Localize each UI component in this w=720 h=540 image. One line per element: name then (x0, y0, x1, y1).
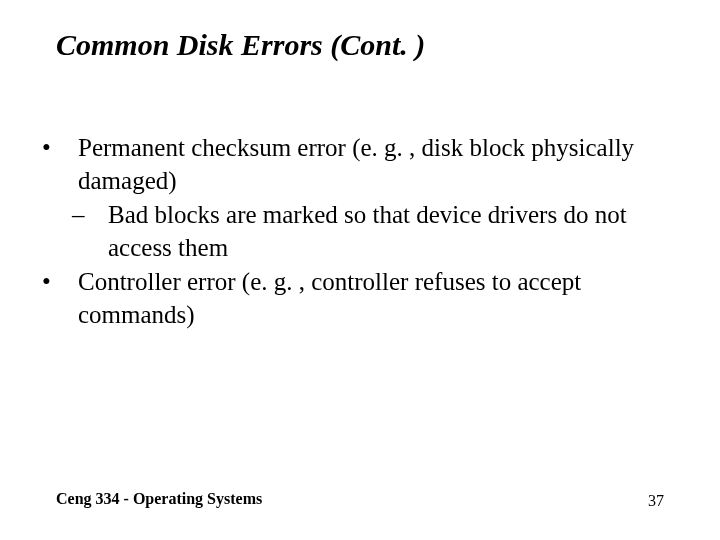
bullet-text: Permanent checksum error (e. g. , disk b… (78, 134, 634, 194)
bullet-item: •Permanent checksum error (e. g. , disk … (60, 132, 664, 197)
bullet-dot-icon: • (60, 132, 78, 165)
bullet-item: •Controller error (e. g. , controller re… (60, 266, 664, 331)
sub-bullet-text: Bad blocks are marked so that device dri… (108, 201, 627, 261)
bullet-dot-icon: • (60, 266, 78, 299)
bullet-text: Controller error (e. g. , controller ref… (78, 268, 581, 328)
sub-bullet-item: –Bad blocks are marked so that device dr… (90, 199, 664, 264)
slide-title: Common Disk Errors (Cont. ) (56, 28, 664, 62)
dash-icon: – (90, 199, 108, 232)
slide-content: •Permanent checksum error (e. g. , disk … (56, 132, 664, 331)
slide: Common Disk Errors (Cont. ) •Permanent c… (0, 0, 720, 540)
footer-text: Ceng 334 - Operating Systems (56, 490, 664, 508)
page-number: 37 (648, 492, 664, 510)
